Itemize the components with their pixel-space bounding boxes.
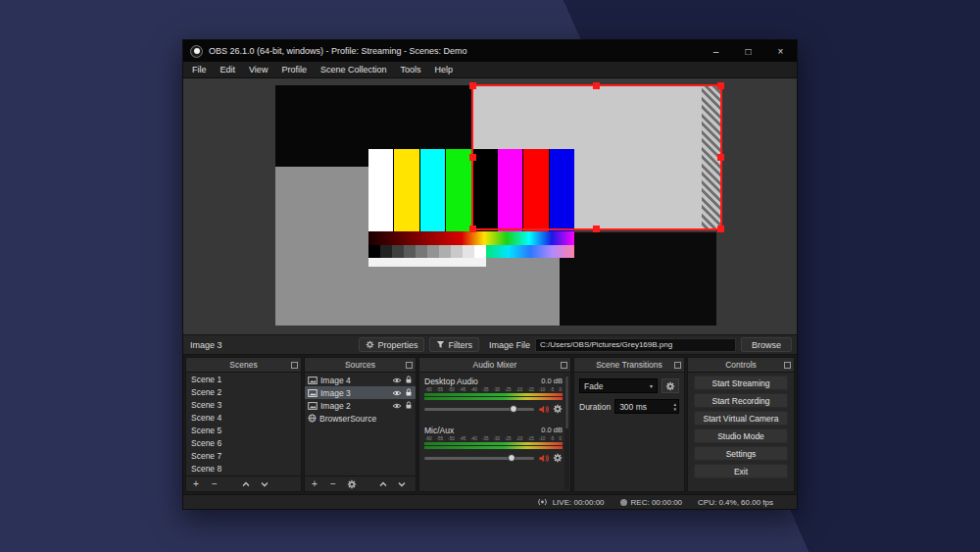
volume-slider-thumb[interactable] bbox=[510, 405, 517, 413]
lock-icon[interactable] bbox=[405, 401, 413, 410]
lock-icon[interactable] bbox=[405, 376, 413, 384]
canvas-white-strip bbox=[368, 258, 486, 267]
gear-icon[interactable] bbox=[553, 453, 563, 463]
image-file-input[interactable] bbox=[535, 338, 736, 352]
audio-mixer-panel-title: Audio Mixer bbox=[473, 360, 517, 370]
menu-item-file[interactable]: File bbox=[185, 62, 214, 77]
visibility-eye-icon[interactable] bbox=[392, 389, 402, 397]
start-recording-button[interactable]: Start Recording bbox=[694, 393, 788, 408]
source-item[interactable]: Image 2 bbox=[305, 399, 416, 412]
source-item[interactable]: BrowserSource bbox=[305, 412, 416, 425]
close-button[interactable]: × bbox=[764, 40, 797, 62]
spin-down-icon[interactable]: ▾ bbox=[673, 407, 676, 412]
source-move-up-button[interactable] bbox=[377, 478, 389, 490]
volume-meter bbox=[424, 442, 563, 445]
selection-handle-top[interactable] bbox=[593, 82, 600, 89]
live-status: LIVE: 00:00:00 bbox=[536, 497, 605, 507]
selection-handle-right[interactable] bbox=[717, 154, 724, 161]
source-item[interactable]: Image 4 bbox=[305, 374, 416, 386]
menu-item-help[interactable]: Help bbox=[427, 62, 460, 77]
globe-icon bbox=[308, 414, 317, 423]
browse-button[interactable]: Browse bbox=[741, 337, 792, 352]
menu-item-edit[interactable]: Edit bbox=[214, 62, 243, 77]
menu-item-scene-collection[interactable]: Scene Collection bbox=[314, 62, 394, 77]
selection-handle-bottom[interactable] bbox=[593, 226, 600, 232]
remove-source-button[interactable]: − bbox=[327, 478, 339, 490]
start-streaming-button[interactable]: Start Streaming bbox=[694, 376, 788, 390]
scene-item[interactable]: Scene 5 bbox=[186, 425, 301, 437]
start-virtual-camera-button[interactable]: Start Virtual Camera bbox=[694, 411, 788, 426]
db-scale: -60-55-50-45-40-35-30-25-20-15-10-50 bbox=[424, 386, 563, 392]
sources-panel-title: Sources bbox=[345, 360, 375, 370]
scene-move-up-button[interactable] bbox=[240, 478, 252, 490]
selection-handle-bottom-left[interactable] bbox=[469, 226, 476, 232]
rec-time: REC: 00:00:00 bbox=[631, 498, 682, 507]
source-move-down-button[interactable] bbox=[396, 478, 408, 490]
selection-handle-top-right[interactable] bbox=[717, 82, 724, 89]
filters-button[interactable]: Filters bbox=[429, 337, 479, 352]
remove-scene-button[interactable]: − bbox=[209, 478, 220, 490]
source-item-selected[interactable]: Image 3 bbox=[305, 386, 416, 399]
filters-label: Filters bbox=[448, 340, 472, 350]
lock-icon[interactable] bbox=[405, 388, 413, 397]
minimize-button[interactable]: – bbox=[700, 40, 732, 62]
scene-item[interactable]: Scene 1 bbox=[186, 374, 301, 386]
status-bar: LIVE: 00:00:00 REC: 00:00:00 CPU: 0.4%, … bbox=[183, 494, 797, 509]
volume-slider[interactable] bbox=[424, 457, 534, 460]
scene-item[interactable]: Scene 4 bbox=[186, 412, 301, 425]
scene-item[interactable]: Scene 3 bbox=[186, 399, 301, 412]
selection-box[interactable] bbox=[471, 84, 722, 230]
scene-item[interactable]: Scene 7 bbox=[186, 450, 301, 463]
broadcast-signal-icon bbox=[536, 497, 549, 507]
volume-slider[interactable] bbox=[424, 408, 534, 411]
studio-mode-button[interactable]: Studio Mode bbox=[694, 428, 788, 443]
volume-slider-thumb[interactable] bbox=[508, 454, 515, 462]
settings-button[interactable]: Settings bbox=[694, 446, 788, 461]
source-name: Image 4 bbox=[320, 376, 389, 385]
mixer-scrollbar[interactable] bbox=[564, 375, 569, 489]
chevron-up-icon bbox=[378, 479, 388, 489]
menu-item-view[interactable]: View bbox=[242, 62, 274, 77]
scene-item[interactable]: Scene 6 bbox=[186, 437, 301, 450]
maximize-button[interactable]: □ bbox=[732, 40, 764, 62]
selection-handle-left[interactable] bbox=[469, 154, 476, 161]
gear-icon bbox=[366, 340, 374, 349]
menu-item-profile[interactable]: Profile bbox=[274, 62, 314, 77]
gear-icon[interactable] bbox=[553, 404, 563, 414]
source-toolbar: Image 3 Properties Filters Image File Br… bbox=[183, 334, 797, 355]
scene-move-down-button[interactable] bbox=[259, 478, 270, 490]
titlebar[interactable]: OBS 26.1.0 (64-bit, windows) - Profile: … bbox=[183, 40, 797, 62]
exit-button[interactable]: Exit bbox=[694, 464, 788, 478]
record-dot-icon bbox=[620, 499, 627, 506]
dock-icon bbox=[784, 362, 791, 369]
duration-input[interactable]: 300 ms ▴ ▾ bbox=[614, 399, 679, 414]
chevron-down-icon bbox=[260, 479, 270, 489]
transition-select[interactable]: Fade ▾ bbox=[579, 378, 658, 393]
menubar: File Edit View Profile Scene Collection … bbox=[183, 62, 797, 78]
selection-handle-top-left[interactable] bbox=[469, 82, 476, 89]
scene-item[interactable]: Scene 8 bbox=[186, 463, 301, 476]
muted-speaker-icon[interactable] bbox=[538, 453, 549, 464]
source-properties-button[interactable] bbox=[346, 478, 358, 490]
properties-button[interactable]: Properties bbox=[359, 337, 424, 352]
visibility-eye-icon[interactable] bbox=[392, 376, 402, 384]
sources-panel: Sources Image 4 Image 3 bbox=[304, 357, 416, 492]
obs-logo-icon bbox=[190, 45, 203, 58]
canvas-black-image-bottomright[interactable] bbox=[560, 232, 716, 326]
dock-icon bbox=[674, 362, 681, 369]
visibility-eye-icon[interactable] bbox=[392, 402, 402, 410]
transition-properties-button[interactable] bbox=[662, 378, 679, 393]
duration-value: 300 ms bbox=[619, 402, 647, 412]
gear-icon bbox=[347, 479, 357, 489]
scene-item[interactable]: Scene 2 bbox=[186, 386, 301, 399]
selection-handle-bottom-right[interactable] bbox=[717, 226, 724, 232]
chevron-up-icon bbox=[241, 479, 251, 489]
volume-meter bbox=[424, 393, 563, 396]
preview-area[interactable] bbox=[183, 78, 797, 334]
muted-speaker-icon[interactable] bbox=[538, 404, 549, 415]
chevron-down-icon bbox=[397, 479, 407, 489]
menu-item-tools[interactable]: Tools bbox=[393, 62, 427, 77]
window-controls: – □ × bbox=[700, 40, 797, 62]
add-source-button[interactable]: + bbox=[309, 478, 320, 490]
add-scene-button[interactable]: + bbox=[190, 478, 202, 490]
